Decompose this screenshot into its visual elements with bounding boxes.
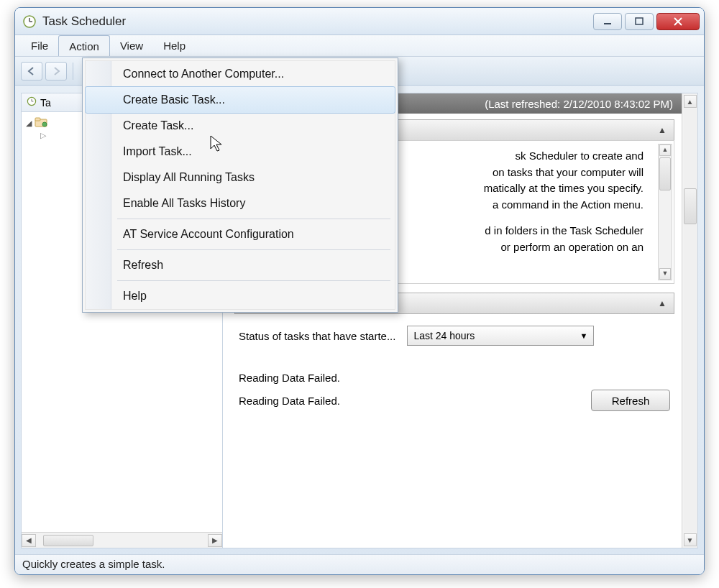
menu-create-basic-task[interactable]: Create Basic Task... xyxy=(85,86,395,114)
status-error: Reading Data Failed. xyxy=(239,395,340,407)
menu-connect-computer[interactable]: Connect to Another Computer... xyxy=(86,61,395,87)
status-filter-label: Status of tasks that have starte... xyxy=(239,330,395,342)
app-window: Task Scheduler File Action View Help Ta xyxy=(14,7,705,575)
svg-rect-11 xyxy=(35,118,40,121)
menu-view[interactable]: View xyxy=(110,35,153,56)
svg-point-12 xyxy=(42,122,47,127)
status-filter-row: Status of tasks that have starte... Last… xyxy=(234,314,674,357)
statusbar: Quickly creates a simple task. xyxy=(15,554,704,574)
window-controls xyxy=(593,13,700,30)
close-button[interactable] xyxy=(656,13,700,30)
menu-help[interactable]: Help xyxy=(86,283,395,309)
tree-root-label: Ta xyxy=(40,97,51,109)
refresh-row: Reading Data Failed. Refresh xyxy=(234,387,674,411)
scroll-right-icon[interactable]: ▶ xyxy=(208,534,222,547)
forward-button[interactable] xyxy=(45,62,67,81)
menu-import-task[interactable]: Import Task... xyxy=(86,139,395,165)
refresh-button[interactable]: Refresh xyxy=(591,390,670,411)
chevron-down-icon: ▼ xyxy=(580,331,588,340)
app-clock-icon xyxy=(22,14,37,29)
scroll-thumb[interactable] xyxy=(43,535,93,546)
maximize-button[interactable] xyxy=(625,13,654,30)
scroll-thumb[interactable] xyxy=(659,157,671,190)
minimize-button[interactable] xyxy=(593,13,622,30)
menu-refresh[interactable]: Refresh xyxy=(86,252,395,278)
menu-file[interactable]: File xyxy=(21,35,58,56)
refreshed-label: (Last refreshed: 2/12/2010 8:43:02 PM) xyxy=(485,98,673,110)
menu-help[interactable]: Help xyxy=(153,35,196,56)
back-button[interactable] xyxy=(21,62,42,81)
main-vscrollbar[interactable]: ▲ ▼ xyxy=(682,93,697,548)
status-period-dropdown[interactable]: Last 24 hours ▼ xyxy=(407,326,594,346)
menu-action[interactable]: Action xyxy=(58,35,110,56)
menu-display-running[interactable]: Display All Running Tasks xyxy=(86,165,395,190)
menu-separator xyxy=(117,219,390,219)
menu-separator xyxy=(117,249,390,250)
menu-separator xyxy=(117,280,390,281)
scroll-down-icon[interactable]: ▼ xyxy=(684,533,697,546)
svg-rect-4 xyxy=(636,18,643,24)
clock-icon xyxy=(26,96,37,109)
titlebar: Task Scheduler xyxy=(15,8,704,35)
svg-rect-3 xyxy=(604,23,611,24)
window-title: Task Scheduler xyxy=(42,14,593,29)
toolbar-separator xyxy=(73,63,73,80)
menubar: File Action View Help xyxy=(15,35,704,57)
statusbar-text: Quickly creates a simple task. xyxy=(22,558,165,570)
scroll-up-icon[interactable]: ▲ xyxy=(659,144,671,156)
scroll-up-icon[interactable]: ▲ xyxy=(684,95,697,108)
menu-at-config[interactable]: AT Service Account Configuration xyxy=(86,221,395,247)
refresh-button-label: Refresh xyxy=(612,395,650,407)
scroll-down-icon[interactable]: ▼ xyxy=(659,268,671,280)
tree-hscrollbar[interactable]: ◀ ▶ xyxy=(22,532,222,548)
expand-icon[interactable]: ▷ xyxy=(40,131,46,140)
chevron-up-icon[interactable]: ▲ xyxy=(658,125,667,135)
menu-create-task[interactable]: Create Task... xyxy=(86,113,395,139)
overview-vscrollbar[interactable]: ▲ ▼ xyxy=(658,144,672,280)
scroll-left-icon[interactable]: ◀ xyxy=(22,534,36,547)
expand-collapse-icon[interactable]: ◢ xyxy=(26,119,32,128)
status-error: Reading Data Failed. xyxy=(234,357,674,387)
dropdown-value: Last 24 hours xyxy=(413,330,475,341)
scroll-thumb[interactable] xyxy=(684,188,697,224)
menu-enable-history[interactable]: Enable All Tasks History xyxy=(86,190,395,216)
folder-icon xyxy=(35,117,47,129)
chevron-up-icon[interactable]: ▲ xyxy=(658,298,667,308)
action-menu-popup: Connect to Another Computer... Create Ba… xyxy=(82,58,398,313)
